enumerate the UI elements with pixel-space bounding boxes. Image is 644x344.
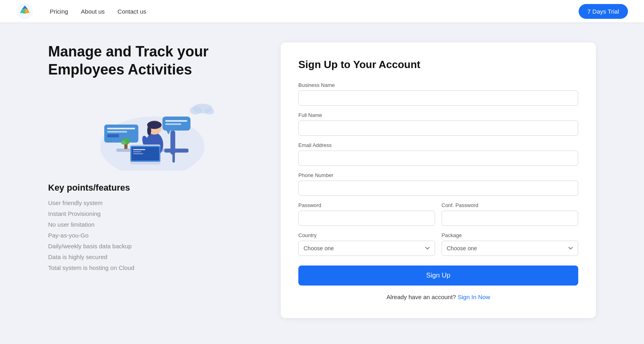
form-card: Sign Up to Your Account Business Name Fu… <box>281 42 596 318</box>
package-group: Package Choose one <box>441 232 578 256</box>
password-input[interactable] <box>298 211 435 226</box>
svg-rect-7 <box>164 149 188 153</box>
country-package-row: Country Choose one Package Choose one <box>298 232 578 262</box>
feature-item-5: Data is highly secured <box>48 253 257 260</box>
package-select[interactable]: Choose one <box>441 241 578 256</box>
signin-prompt-text: Already have an account? Sign In Now <box>298 294 578 300</box>
svg-point-30 <box>121 141 126 145</box>
phone-group: Phone Number <box>298 172 578 196</box>
logo <box>16 2 34 20</box>
svg-rect-8 <box>172 153 175 163</box>
feature-item-1: Instant Provisioning <box>48 210 257 217</box>
phone-input[interactable] <box>298 181 578 196</box>
business-name-input[interactable] <box>298 91 578 106</box>
conf-password-group: Conf. Password <box>441 202 578 226</box>
package-label: Package <box>441 232 578 238</box>
feature-item-4: Daily/weekly basis data backup <box>48 243 257 249</box>
feature-item-0: User friendly system <box>48 199 257 206</box>
svg-rect-26 <box>107 131 127 133</box>
svg-rect-25 <box>107 128 135 129</box>
business-name-label: Business Name <box>298 82 578 88</box>
email-group: Email Address <box>298 142 578 166</box>
full-name-label: Full Name <box>298 112 578 118</box>
nav-contact[interactable]: Contact us <box>117 8 146 15</box>
svg-point-33 <box>205 108 214 115</box>
password-label: Password <box>298 202 435 208</box>
password-group: Password <box>298 202 435 226</box>
feature-item-6: Total system is hosting on Cloud <box>48 264 257 271</box>
svg-rect-19 <box>133 153 143 154</box>
country-label: Country <box>298 232 435 238</box>
form-title: Sign Up to Your Account <box>298 58 578 71</box>
header: Pricing About us Contact us 7 Days Trial <box>0 0 644 22</box>
svg-point-12 <box>147 126 151 135</box>
full-name-group: Full Name <box>298 112 578 136</box>
main-content: Manage and Track your Employees Activiti… <box>0 22 644 344</box>
email-input[interactable] <box>298 151 578 166</box>
svg-rect-22 <box>165 120 187 122</box>
illustration <box>48 87 257 171</box>
conf-password-input[interactable] <box>441 211 578 226</box>
svg-rect-27 <box>107 134 119 137</box>
phone-label: Phone Number <box>298 172 578 178</box>
svg-rect-17 <box>133 149 145 150</box>
conf-password-label: Conf. Password <box>441 202 578 208</box>
trial-button[interactable]: 7 Days Trial <box>579 4 628 19</box>
full-name-input[interactable] <box>298 121 578 136</box>
nav-pricing[interactable]: Pricing <box>50 8 68 15</box>
country-group: Country Choose one <box>298 232 435 256</box>
signup-button[interactable]: Sign Up <box>298 266 578 286</box>
svg-rect-24 <box>104 125 138 143</box>
password-row: Password Conf. Password <box>298 202 578 232</box>
signin-link[interactable]: Sign In Now <box>458 294 490 300</box>
nav-about[interactable]: About us <box>81 8 105 15</box>
business-name-group: Business Name <box>298 82 578 106</box>
svg-point-32 <box>190 107 202 115</box>
svg-rect-18 <box>133 151 141 152</box>
svg-rect-23 <box>165 123 181 125</box>
feature-item-2: No user limitation <box>48 221 257 228</box>
features-title: Key points/features <box>48 183 257 193</box>
feature-item-3: Pay-as-you-Go <box>48 232 257 239</box>
left-panel: Manage and Track your Employees Activiti… <box>48 42 257 271</box>
email-label: Email Address <box>298 142 578 148</box>
nav: Pricing About us Contact us <box>50 8 579 15</box>
features-list: User friendly system Instant Provisionin… <box>48 199 257 271</box>
hero-title: Manage and Track your Employees Activiti… <box>48 42 257 78</box>
country-select[interactable]: Choose one <box>298 241 435 256</box>
